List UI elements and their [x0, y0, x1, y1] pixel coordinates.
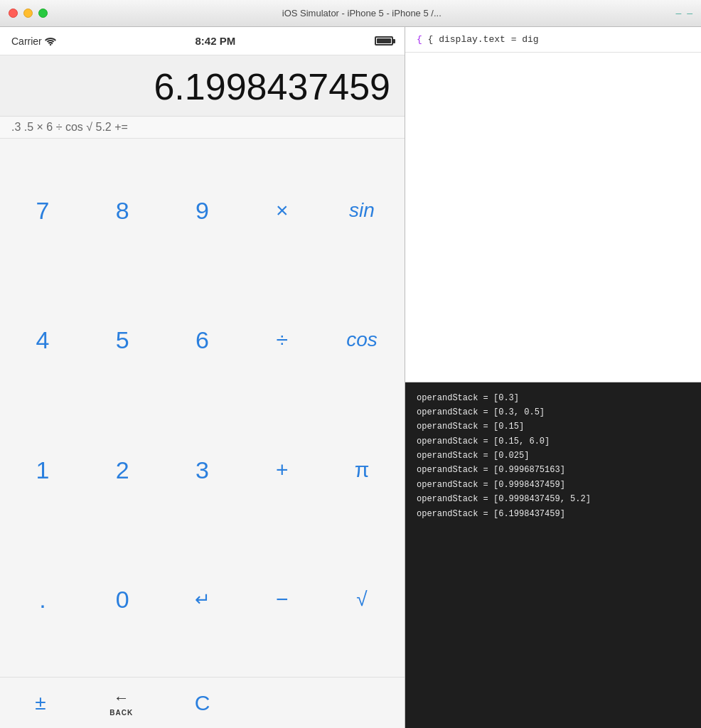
calculator-buttons: 7 8 9 × sin 4 5 6 ÷ cos 1 2 — [0, 139, 405, 671]
code-brace: { — [417, 34, 428, 45]
calculator-display: 6.1998437459 — [0, 55, 405, 117]
expression-bar: .3 .5 × 6 ÷ cos √ 5.2 += — [0, 117, 405, 139]
title-bar-indicator: — — — [676, 8, 692, 18]
debug-line: operandStack = [0.025] — [417, 449, 690, 463]
button-row-2: 4 5 6 ÷ cos — [14, 275, 390, 405]
window-body: Carrier 8:42 PM 6.1998437459 — [0, 27, 701, 728]
battery-icon — [375, 36, 393, 46]
iphone-status-bar: Carrier 8:42 PM — [0, 27, 405, 55]
button-back[interactable]: ← BACK — [93, 689, 150, 717]
debug-line: operandStack = [6.1998437459] — [417, 507, 690, 521]
status-time: 8:42 PM — [196, 35, 236, 47]
button-row-4: . 0 ↵ − √ — [14, 535, 390, 664]
debug-line: operandStack = [0.9998437459, 5.2] — [417, 492, 690, 506]
code-panel: { { display.text = dig operandStack = [0… — [405, 27, 701, 728]
button-plus[interactable]: + — [254, 454, 311, 486]
debug-output: operandStack = [0.3]operandStack = [0.3,… — [405, 382, 701, 729]
maximize-button[interactable] — [38, 9, 48, 18]
battery-fill — [377, 38, 391, 43]
button-1[interactable]: 1 — [14, 452, 71, 488]
wifi-icon — [45, 37, 56, 46]
button-sin[interactable]: sin — [333, 195, 390, 226]
debug-line: operandStack = [0.15, 6.0] — [417, 434, 690, 449]
button-multiply[interactable]: × — [254, 194, 311, 227]
debug-line: operandStack = [0.9998437459] — [417, 478, 690, 492]
button-8[interactable]: 8 — [94, 193, 151, 228]
button-3[interactable]: 3 — [174, 452, 231, 488]
window-title: iOS Simulator - iPhone 5 - iPhone 5 /... — [53, 8, 670, 18]
code-line: { { display.text = dig — [405, 27, 701, 53]
button-minus[interactable]: − — [254, 583, 311, 616]
button-plus-minus[interactable]: ± — [12, 692, 69, 714]
button-sqrt[interactable]: √ — [333, 584, 390, 615]
button-divide[interactable]: ÷ — [254, 323, 311, 356]
back-label: BACK — [109, 709, 133, 717]
carrier-label: Carrier — [11, 36, 56, 47]
button-4[interactable]: 4 — [14, 322, 71, 358]
button-clear[interactable]: C — [173, 691, 230, 715]
code-area — [405, 53, 701, 382]
window: iOS Simulator - iPhone 5 - iPhone 5 /...… — [0, 0, 701, 728]
minimize-button[interactable] — [23, 9, 33, 18]
title-bar: iOS Simulator - iPhone 5 - iPhone 5 /...… — [0, 0, 701, 27]
button-5[interactable]: 5 — [94, 322, 151, 358]
code-text: { display.text = dig — [428, 34, 539, 45]
button-decimal[interactable]: . — [14, 582, 71, 617]
button-enter[interactable]: ↵ — [174, 584, 231, 614]
svg-point-0 — [50, 43, 51, 45]
button-row-1: 7 8 9 × sin — [14, 146, 390, 275]
button-6[interactable]: 6 — [174, 322, 231, 358]
close-button[interactable] — [9, 9, 18, 18]
back-arrow-icon: ← — [114, 689, 129, 707]
button-0[interactable]: 0 — [94, 582, 151, 617]
button-row-3: 1 2 3 + π — [14, 405, 390, 535]
button-pi[interactable]: π — [333, 454, 390, 486]
debug-line: operandStack = [0.3, 0.5] — [417, 405, 690, 419]
button-cos[interactable]: cos — [333, 324, 390, 355]
button-7[interactable]: 7 — [14, 193, 71, 228]
debug-line: operandStack = [0.9996875163] — [417, 463, 690, 477]
display-value: 6.1998437459 — [14, 67, 390, 107]
button-2[interactable]: 2 — [94, 452, 151, 488]
debug-line: operandStack = [0.3] — [417, 391, 690, 405]
button-9[interactable]: 9 — [174, 193, 231, 228]
debug-line: operandStack = [0.15] — [417, 419, 690, 434]
utility-row: ± ← BACK C — [0, 677, 405, 728]
simulator-panel: Carrier 8:42 PM 6.1998437459 — [0, 27, 405, 728]
